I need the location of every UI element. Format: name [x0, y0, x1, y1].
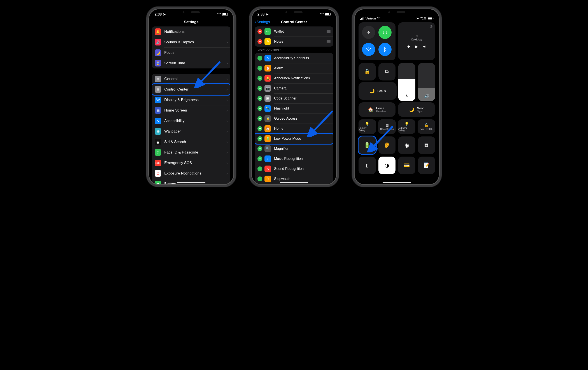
back-label: Settings	[257, 20, 270, 24]
row-label: Home	[274, 127, 284, 131]
settings-row-emergency-sos[interactable]: SOSEmergency SOS›	[152, 158, 230, 168]
accessory-label: Foyer Front D…	[419, 128, 434, 130]
media-prev-button[interactable]: ⏮	[407, 44, 410, 49]
row-label: Wallpaper	[164, 129, 181, 134]
music-artist: Coldplay	[411, 38, 422, 41]
calculator-button[interactable]: ▦	[418, 136, 435, 154]
settings-row-wallpaper[interactable]: ❁Wallpaper›	[152, 126, 230, 137]
wallpaper-icon: ❁	[155, 128, 161, 135]
drag-handle-icon[interactable]	[326, 40, 331, 43]
settings-row-face-id-passcode[interactable]: ☺︎Face ID & Passcode›	[152, 147, 230, 158]
row-label: Magnifier	[274, 147, 289, 151]
carrier-label: Verizon	[366, 17, 376, 20]
control-row-camera[interactable]: +📷Camera	[255, 83, 333, 93]
add-button[interactable]: +	[257, 146, 262, 151]
homekit-bedroom-ceiling-[interactable]: 💡Bedroom Ceiling…	[398, 119, 415, 134]
control-row-accessibility-shortcuts[interactable]: +♿︎Accessibility Shortcuts	[255, 53, 333, 63]
phone-settings: 2:38 ➤ Settings 🔔Notifications›🔊Sounds &…	[146, 7, 236, 187]
remove-button[interactable]: –	[257, 39, 262, 44]
control-row-music-recognition[interactable]: +♪Music Recognition	[255, 154, 333, 164]
dark-mode-toggle[interactable]: ◑	[378, 157, 396, 174]
add-button[interactable]: +	[257, 116, 262, 121]
settings-row-siri-search[interactable]: ◉Siri & Search›	[152, 137, 230, 147]
add-button[interactable]: +	[257, 166, 262, 171]
settings-row-battery[interactable]: ▮Battery›	[152, 179, 230, 184]
media-tile[interactable]: ◎ ♫ Coldplay ⏮ ▶ ⏭	[398, 22, 435, 60]
screen-mirroring-button[interactable]: ⧉	[378, 63, 396, 81]
good-night-scene-button[interactable]: 🌙 Good Night	[398, 102, 435, 117]
control-row-alarm[interactable]: +⏰Alarm	[255, 63, 333, 73]
add-button[interactable]: +	[257, 86, 262, 91]
face-id-passcode-icon: ☺︎	[155, 149, 161, 156]
brightness-icon: ☀︎	[405, 93, 409, 98]
control-row-notes[interactable]: –✎Notes	[255, 37, 333, 47]
home-scene-button[interactable]: 🏠 Home Favorites	[358, 102, 396, 117]
add-button[interactable]: +	[257, 56, 262, 61]
row-label: Siri & Search	[164, 140, 186, 144]
add-button[interactable]: +	[257, 76, 262, 81]
battery-percentage: 71%	[420, 17, 426, 20]
add-button[interactable]: +	[257, 136, 262, 141]
phone-control-center-settings: 2:38 ➤ ‹ Settings Control Center –▭Walle…	[249, 7, 339, 187]
home-screen-icon: ▦	[155, 107, 161, 114]
apple-tv-remote-button[interactable]: ▯	[358, 157, 376, 174]
volume-slider[interactable]: 🔊	[418, 63, 435, 101]
music-recognition-icon: ♪	[264, 155, 271, 162]
orientation-lock-toggle[interactable]: 🔓	[358, 63, 376, 81]
screen-record-button[interactable]: ◉	[398, 136, 415, 154]
row-label: General	[164, 77, 178, 81]
row-label: Display & Brightness	[164, 98, 199, 102]
back-button[interactable]: ‹ Settings	[255, 20, 270, 24]
home-indicator[interactable]	[383, 182, 411, 183]
control-center-icon: ⊟	[155, 86, 161, 93]
focus-button[interactable]: 🌙 Focus	[358, 82, 397, 100]
row-label: Accessibility Shortcuts	[274, 56, 309, 60]
airplay-icon[interactable]: ◎	[430, 24, 432, 28]
home-indicator[interactable]	[280, 182, 308, 183]
add-button[interactable]: +	[257, 176, 262, 181]
add-button[interactable]: +	[257, 156, 262, 161]
accessory-label: Bedroom Ceiling…	[398, 127, 415, 132]
settings-row-exposure-notifications[interactable]: ⊙Exposure Notifications›	[152, 168, 230, 179]
sounds-haptics-icon: 🔊	[155, 39, 161, 45]
notch	[276, 9, 312, 15]
control-row-magnifier[interactable]: +🔍Magnifier	[255, 144, 333, 154]
settings-row-display-brightness[interactable]: AADisplay & Brightness›	[152, 95, 230, 105]
settings-row-home-screen[interactable]: ▦Home Screen›	[152, 105, 230, 116]
quick-note-button[interactable]: 📝	[418, 157, 435, 174]
drag-handle-icon[interactable]	[326, 30, 331, 33]
home-indicator[interactable]	[177, 182, 205, 183]
remove-button[interactable]: –	[257, 29, 262, 34]
row-label: Announce Notifications	[274, 76, 310, 80]
wifi-toggle[interactable]	[362, 43, 375, 56]
control-row-announce-notifications[interactable]: +🔔Announce Notifications	[255, 73, 333, 83]
add-button[interactable]: +	[257, 106, 262, 111]
control-row-sound-recognition[interactable]: +∿Sound Recognition	[255, 164, 333, 174]
row-label: Face ID & Passcode	[164, 150, 198, 154]
homekit-foyer-front-d-[interactable]: 🔒Foyer Front D…	[418, 119, 435, 134]
airplane-mode-toggle[interactable]: ✈︎	[362, 26, 375, 39]
wallet-button[interactable]: 💳	[398, 157, 415, 174]
cellular-data-toggle[interactable]	[378, 26, 392, 39]
settings-row-focus[interactable]: 🌙Focus›	[152, 47, 230, 58]
settings-row-notifications[interactable]: 🔔Notifications›	[152, 26, 230, 37]
control-row-wallet[interactable]: –▭Wallet	[255, 26, 333, 37]
page-title: Settings	[184, 20, 199, 24]
brightness-slider[interactable]: ☀︎	[398, 63, 415, 101]
connectivity-tile[interactable]: ✈︎ ᛒ	[358, 22, 396, 60]
chevron-right-icon: ›	[226, 171, 228, 176]
add-button[interactable]: +	[257, 66, 262, 71]
row-label: Sounds & Haptics	[164, 40, 194, 44]
control-row-code-scanner[interactable]: +▣Code Scanner	[255, 93, 333, 103]
chevron-right-icon: ›	[226, 129, 228, 134]
media-next-button[interactable]: ⏭	[422, 44, 426, 49]
control-row-text-size[interactable]: +AAText Size	[255, 184, 333, 184]
scene-sub: Favorites	[376, 110, 386, 113]
settings-row-sounds-haptics[interactable]: 🔊Sounds & Haptics›	[152, 37, 230, 47]
settings-row-accessibility[interactable]: ♿︎Accessibility›	[152, 116, 230, 126]
media-play-button[interactable]: ▶	[415, 44, 418, 49]
chevron-right-icon: ›	[226, 51, 228, 55]
add-button[interactable]: +	[257, 96, 262, 101]
bluetooth-toggle[interactable]: ᛒ	[378, 43, 392, 56]
add-button[interactable]: +	[257, 126, 262, 131]
